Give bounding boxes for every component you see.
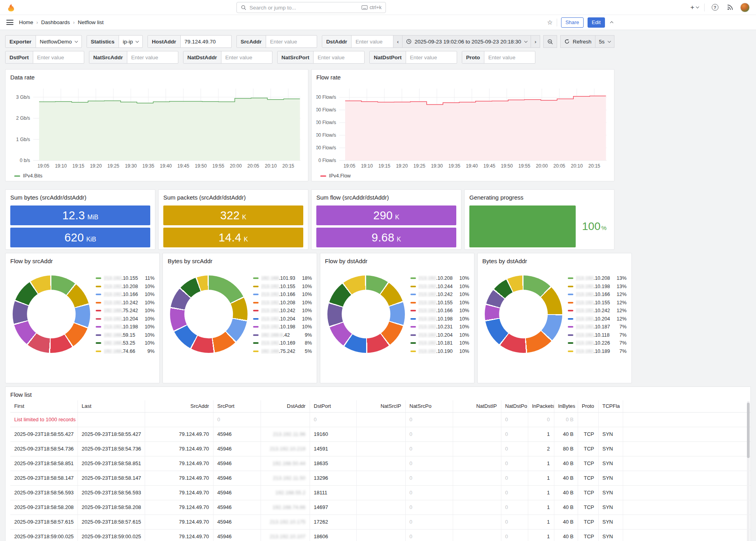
filter-value-input[interactable] [488,55,531,60]
zoom-out-button[interactable] [543,35,557,48]
column-header-inpackets[interactable]: InPackets [528,400,554,412]
legend-item[interactable]: 213.192.10.20810% [96,284,155,289]
grafana-logo[interactable] [6,3,16,12]
donut-chart[interactable] [170,275,248,353]
legend-item[interactable]: 213.192.10.24210% [410,292,469,297]
breadcrumb-dashboards[interactable]: Dashboards [41,19,70,25]
legend-item[interactable]: 213.192.10.15510% [253,284,312,289]
legend-item[interactable]: 213.192.10.15512% [568,300,627,305]
legend-item[interactable]: 213.192.10.20410% [253,316,312,322]
panel-title[interactable]: Sum bytes (srcAddr/dstAddr) [10,193,150,203]
legend-item[interactable]: 213.192.10.19810% [96,324,155,330]
user-avatar[interactable] [740,3,750,12]
legend-item[interactable]: 213.192.10.18110% [410,340,469,346]
filter-select[interactable]: NetflowDemo [36,36,81,47]
legend-item[interactable]: IPv4.Flow [320,173,609,179]
column-header-natsrcip[interactable]: NatSrcIP [356,400,405,412]
legend-item[interactable]: 192.168.74.669% [96,349,155,354]
column-header-natdstip[interactable]: NatDstIP [453,400,501,412]
filter-input[interactable] [181,36,231,47]
filter-value-input[interactable] [270,39,313,45]
time-range-picker[interactable]: 2025-09-23 19:02:06 to 2025-09-23 20:18:… [402,35,531,48]
legend-item[interactable]: 192.168.59.1510% [96,332,155,338]
legend-item[interactable]: 213.192.10.1877% [568,324,627,330]
new-menu-button[interactable]: + [690,4,699,11]
legend-item[interactable]: 213.192.10.15511% [96,275,155,281]
timeseries-chart[interactable]: 19:0519:1019:1519:2019:2519:3019:3519:40… [10,83,303,172]
filter-input[interactable] [221,51,272,63]
legend-item[interactable]: 213.192.10.20810% [410,275,469,281]
legend-item[interactable]: 213.192.10.1187% [568,332,627,338]
panel-title[interactable]: Sum flow (srcAddr/dstAddr) [316,193,456,203]
legend-item[interactable]: 192.168.75.2425% [253,349,312,354]
filter-input[interactable] [406,51,457,63]
time-shift-back-button[interactable]: ‹ [393,35,403,48]
legend-item[interactable]: 213.192.10.16612% [568,292,627,297]
filter-value-input[interactable] [185,39,227,45]
column-header-natsrcpo[interactable]: NatSrcPo [405,400,453,412]
column-header-inbytes[interactable]: InBytes [554,400,578,412]
legend-item[interactable]: 213.192.10.2267% [568,340,627,346]
filter-input[interactable] [127,51,178,63]
legend-item[interactable]: 213.192.10.24212% [568,308,627,313]
legend-item[interactable]: 213.192.10.1698% [253,340,312,346]
breadcrumb-home[interactable]: Home [19,19,33,25]
legend-item[interactable]: 213.192.10.23110% [410,324,469,330]
legend-item[interactable]: 213.192.10.19010% [410,349,469,354]
filter-select[interactable]: ip-ip [119,36,143,47]
column-header-srcport[interactable]: SrcPort [213,400,261,412]
share-button[interactable]: Share [561,17,584,28]
filter-value-input[interactable] [410,55,453,60]
legend-item[interactable]: 192.168.101.9318% [253,275,312,281]
panel-title[interactable]: Bytes by srcAddr [168,256,312,267]
legend-item[interactable]: 213.192.10.20412% [568,316,627,322]
column-header-dstaddr[interactable]: DstAddr [261,400,310,412]
legend-item[interactable]: 192.168.53.2510% [96,340,155,346]
time-shift-forward-button[interactable]: › [531,35,541,48]
column-header-natdstpo[interactable]: NatDstPo [501,400,528,412]
legend-item[interactable]: 213.192.10.1897% [568,349,627,354]
legend-item[interactable]: 213.192.10.19810% [253,324,312,330]
panel-title[interactable]: Data rate [10,73,303,83]
timeseries-chart[interactable]: 19:0519:1019:1519:2019:2519:3019:3519:40… [316,83,609,172]
column-header-last[interactable]: Last [77,400,145,412]
legend-item[interactable]: 213.192.10.16610% [253,292,312,297]
panel-title[interactable]: Flow list [10,390,746,400]
column-header-proto[interactable]: Proto [578,400,598,412]
legend-item[interactable]: IPv4.Bits [14,173,303,179]
legend-item[interactable]: 213.192.10.15510% [410,300,469,305]
donut-chart[interactable] [13,275,90,353]
panel-title[interactable]: Generating progress [469,193,609,203]
filter-input[interactable] [266,36,317,47]
refresh-button[interactable]: Refresh [560,35,595,48]
legend-item[interactable]: 213.192.10.24210% [96,300,155,305]
legend-item[interactable]: 213.192.10.24210% [253,308,312,313]
panel-title[interactable]: Flow by srcAddr [10,256,155,267]
legend-item[interactable]: 213.192.10.20810% [253,300,312,305]
legend-item[interactable]: 213.192.10.24410% [410,284,469,289]
legend-item[interactable]: 213.192.10.16610% [96,292,155,297]
legend-item[interactable]: 213.192.10.19813% [568,284,627,289]
panel-title[interactable]: Bytes by dstAddr [482,256,627,267]
donut-chart[interactable] [327,275,405,353]
scrollbar-thumb[interactable] [747,403,750,458]
filter-input[interactable] [314,51,364,63]
filter-value-input[interactable] [318,55,360,60]
filter-value-input[interactable] [225,55,268,60]
refresh-interval-select[interactable]: 5s [595,35,614,48]
column-header-tcpfla[interactable]: TCPFla [598,400,623,412]
panel-title[interactable]: Flow rate [316,73,609,83]
column-header-dstport[interactable]: DstPort [310,400,356,412]
legend-item[interactable]: 192.168.6.429% [253,332,312,338]
column-header-srcaddr[interactable]: SrcAddr [145,400,213,412]
menu-toggle-button[interactable] [6,20,13,25]
filter-input[interactable] [484,51,535,63]
filter-value-input[interactable] [131,55,174,60]
legend-item[interactable]: 213.192.10.20410% [410,332,469,338]
legend-item[interactable]: 192.168.75.24210% [96,308,155,313]
search-input[interactable] [249,5,358,11]
filter-input[interactable] [33,51,84,63]
panel-title[interactable]: Sum packets (srcAddr/dstAddr) [163,193,303,203]
legend-item[interactable]: 213.192.10.20410% [96,316,155,322]
global-search[interactable]: ctrl+k [236,2,386,13]
